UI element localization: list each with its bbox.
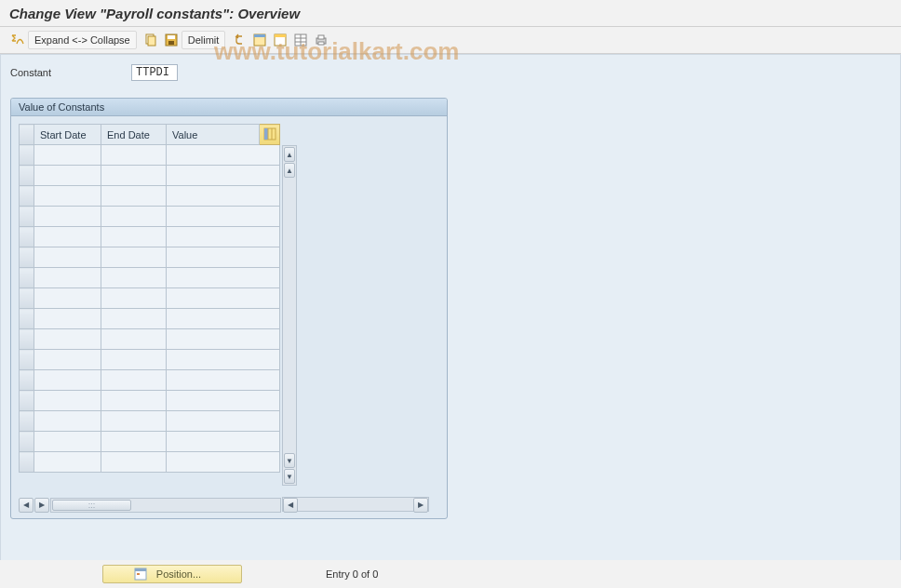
- table-row[interactable]: [20, 268, 280, 288]
- toggle-icon[interactable]: [7, 31, 28, 49]
- scroll-left2-icon[interactable]: ◀: [283, 498, 298, 513]
- configure-columns-icon[interactable]: [260, 125, 280, 145]
- row-selector[interactable]: [20, 247, 34, 268]
- row-selector[interactable]: [20, 227, 34, 247]
- select-all-header[interactable]: [20, 125, 34, 145]
- table-row[interactable]: [20, 166, 280, 186]
- row-selector[interactable]: [20, 309, 34, 329]
- cell-end[interactable]: [101, 288, 167, 309]
- scroll-right2-icon[interactable]: ▶: [413, 498, 428, 513]
- row-selector[interactable]: [20, 166, 34, 186]
- table-row[interactable]: [20, 411, 280, 432]
- cell-start[interactable]: [34, 145, 101, 166]
- cell-start[interactable]: [34, 247, 101, 268]
- row-selector[interactable]: [20, 452, 34, 473]
- cell-end[interactable]: [101, 432, 167, 452]
- table-row[interactable]: [20, 227, 280, 247]
- scroll-up2-icon[interactable]: ▲: [284, 163, 295, 178]
- cell-end[interactable]: [101, 350, 167, 370]
- cell-value[interactable]: [167, 309, 280, 329]
- table-row[interactable]: [20, 247, 280, 268]
- table-row[interactable]: [20, 452, 280, 473]
- cell-value[interactable]: [167, 186, 280, 207]
- table-row[interactable]: [20, 329, 280, 350]
- table-row[interactable]: [20, 288, 280, 309]
- cell-end[interactable]: [101, 247, 167, 268]
- cell-end[interactable]: [101, 227, 167, 247]
- cell-start[interactable]: [34, 207, 101, 227]
- scroll-track[interactable]: :::: [50, 498, 281, 513]
- row-selector[interactable]: [20, 411, 34, 432]
- deselect-all-icon[interactable]: [270, 31, 290, 49]
- row-selector[interactable]: [20, 186, 34, 207]
- cell-end[interactable]: [101, 329, 167, 350]
- cell-start[interactable]: [34, 350, 101, 370]
- cell-start[interactable]: [34, 288, 101, 309]
- cell-start[interactable]: [34, 370, 101, 391]
- cell-value[interactable]: [167, 350, 280, 370]
- cell-end[interactable]: [101, 370, 167, 391]
- cell-value[interactable]: [167, 207, 280, 227]
- undo-icon[interactable]: [229, 31, 249, 49]
- col-end-date[interactable]: End Date: [101, 125, 167, 145]
- cell-value[interactable]: [167, 411, 280, 432]
- row-selector[interactable]: [20, 288, 34, 309]
- print-icon[interactable]: [311, 31, 331, 49]
- table-row[interactable]: [20, 350, 280, 370]
- cell-value[interactable]: [167, 452, 280, 473]
- row-selector[interactable]: [20, 268, 34, 288]
- cell-end[interactable]: [101, 145, 167, 166]
- row-selector[interactable]: [20, 145, 34, 166]
- cell-start[interactable]: [34, 411, 101, 432]
- delimit-button[interactable]: Delimit: [182, 31, 226, 49]
- cell-end[interactable]: [101, 309, 167, 329]
- cell-start[interactable]: [34, 166, 101, 186]
- table-row[interactable]: [20, 309, 280, 329]
- select-all-icon[interactable]: [249, 31, 270, 49]
- scroll-thumb[interactable]: :::: [52, 500, 131, 511]
- save-icon[interactable]: [161, 31, 182, 49]
- cell-value[interactable]: [167, 247, 280, 268]
- cell-value[interactable]: [167, 370, 280, 391]
- cell-start[interactable]: [34, 309, 101, 329]
- row-selector[interactable]: [20, 329, 34, 350]
- cell-value[interactable]: [167, 268, 280, 288]
- cell-value[interactable]: [167, 432, 280, 452]
- table-row[interactable]: [20, 370, 280, 391]
- cell-start[interactable]: [34, 391, 101, 411]
- horizontal-scrollbar[interactable]: ◀ ▶ :::: [19, 497, 281, 513]
- table-row[interactable]: [20, 145, 280, 166]
- cell-start[interactable]: [34, 186, 101, 207]
- cell-start[interactable]: [34, 452, 101, 473]
- cell-value[interactable]: [167, 329, 280, 350]
- constant-input[interactable]: [131, 64, 178, 81]
- table-row[interactable]: [20, 207, 280, 227]
- scroll-right-icon[interactable]: ▶: [34, 498, 49, 513]
- row-selector[interactable]: [20, 391, 34, 411]
- cell-value[interactable]: [167, 391, 280, 411]
- cell-value[interactable]: [167, 166, 280, 186]
- row-selector[interactable]: [20, 350, 34, 370]
- cell-end[interactable]: [101, 207, 167, 227]
- row-selector[interactable]: [20, 432, 34, 452]
- table-row[interactable]: [20, 391, 280, 411]
- cell-value[interactable]: [167, 227, 280, 247]
- row-selector[interactable]: [20, 370, 34, 391]
- col-value[interactable]: Value: [167, 125, 260, 145]
- cell-start[interactable]: [34, 268, 101, 288]
- scroll-down-icon[interactable]: ▼: [284, 469, 295, 484]
- table-row[interactable]: [20, 432, 280, 452]
- cell-start[interactable]: [34, 227, 101, 247]
- cell-end[interactable]: [101, 166, 167, 186]
- cell-end[interactable]: [101, 268, 167, 288]
- vertical-scrollbar[interactable]: ▲ ▲ ▼ ▼: [282, 145, 297, 486]
- horizontal-scrollbar-right[interactable]: ◀ ▶: [282, 497, 429, 512]
- scroll-left-icon[interactable]: ◀: [19, 498, 34, 513]
- table-settings-icon[interactable]: [290, 31, 311, 49]
- col-start-date[interactable]: Start Date: [34, 125, 101, 145]
- table-row[interactable]: [20, 186, 280, 207]
- cell-value[interactable]: [167, 145, 280, 166]
- copy-icon[interactable]: [141, 31, 161, 49]
- scroll-down2-icon[interactable]: ▼: [284, 453, 295, 468]
- row-selector[interactable]: [20, 207, 34, 227]
